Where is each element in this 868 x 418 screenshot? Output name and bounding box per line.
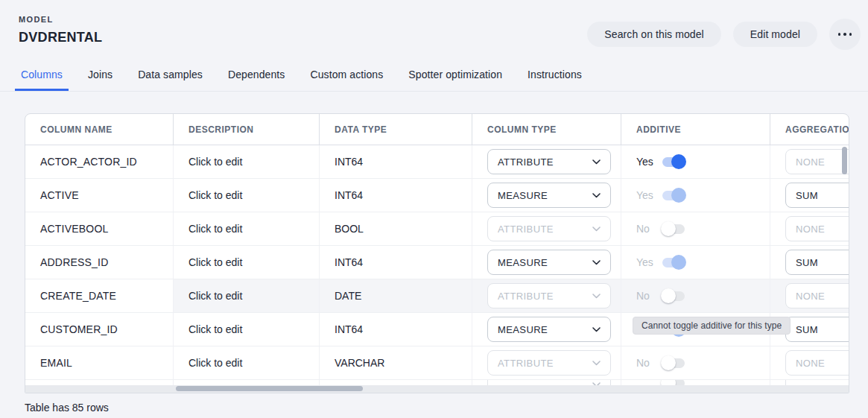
aggregation-select[interactable]: NONE — [785, 350, 849, 376]
tab-instructions[interactable]: Instructions — [522, 63, 588, 91]
column-type-value: ATTRIBUTE — [498, 358, 554, 369]
additive-value: No — [636, 290, 662, 302]
description-edit-field[interactable]: Click to edit — [189, 323, 242, 335]
additive-tooltip: Cannot toggle additive for this type — [633, 317, 791, 335]
aggregation-value: NONE — [796, 156, 825, 168]
tab-joins[interactable]: Joins — [82, 63, 118, 91]
more-options-button[interactable] — [829, 19, 861, 50]
additive-toggle[interactable] — [662, 291, 685, 301]
additive-value: Yes — [636, 156, 662, 168]
chevron-down-icon — [592, 361, 601, 366]
tab-data-samples[interactable]: Data samples — [132, 63, 209, 91]
search-on-model-button[interactable]: Search on this model — [587, 22, 721, 47]
chevron-down-icon — [592, 294, 601, 299]
aggregation-value: SUM — [796, 324, 818, 335]
additive-value: Yes — [636, 189, 662, 201]
tab-custom-actions[interactable]: Custom actions — [304, 63, 389, 91]
column-type-select[interactable]: MEASURE — [487, 250, 611, 275]
column-type-select[interactable]: MEASURE — [487, 317, 611, 342]
chevron-down-icon — [592, 260, 601, 265]
description-edit-field[interactable]: Click to edit — [189, 156, 242, 168]
aggregation-value: NONE — [796, 224, 825, 235]
table-row: ADDRESS_ID Click to edit INT64 MEASURE Y… — [25, 246, 849, 279]
ellipsis-icon — [843, 33, 846, 36]
column-type-select[interactable]: ATTRIBUTE — [487, 350, 611, 376]
tab-columns[interactable]: Columns — [15, 63, 69, 91]
description-edit-field[interactable]: Click to edit — [189, 256, 242, 268]
aggregation-select[interactable]: SUM — [785, 250, 849, 275]
additive-toggle[interactable] — [662, 358, 685, 368]
columns-table: COLUMN NAMEDESCRIPTIONDATA TYPECOLUMN TY… — [25, 113, 849, 393]
page-title: DVDRENTAL — [19, 30, 102, 45]
column-name-value: EMAIL — [40, 357, 72, 369]
column-header: AGGREGATION — [770, 114, 849, 145]
chevron-down-icon — [592, 159, 601, 165]
column-header: DATA TYPE — [320, 114, 472, 145]
column-name-value: ACTIVE — [40, 189, 79, 201]
toggle-knob — [671, 154, 686, 169]
toggle-knob — [671, 188, 686, 203]
aggregation-value: NONE — [796, 291, 825, 302]
table-row: ACTOR_ACTOR_ID Click to edit INT64 ATTRI… — [25, 145, 849, 179]
chevron-down-icon — [592, 193, 601, 198]
aggregation-select[interactable]: NONE — [785, 216, 849, 241]
toggle-knob — [661, 355, 676, 370]
toggle-knob — [671, 255, 686, 270]
column-name-value: ADDRESS_ID — [40, 256, 108, 268]
column-header: COLUMN TYPE — [472, 114, 621, 145]
horizontal-scrollbar[interactable] — [25, 385, 849, 393]
column-type-value: MEASURE — [498, 257, 548, 268]
column-type-select[interactable]: MEASURE — [487, 183, 611, 208]
column-type-value: ATTRIBUTE — [498, 156, 554, 168]
ellipsis-icon — [849, 33, 852, 36]
chevron-down-icon — [592, 327, 601, 332]
horizontal-scrollbar-thumb[interactable] — [176, 386, 363, 391]
toggle-knob — [661, 288, 676, 303]
column-name-value: CREATE_DATE — [40, 290, 116, 302]
column-header: COLUMN NAME — [25, 114, 174, 145]
column-type-value: ATTRIBUTE — [498, 291, 554, 302]
tab-spotter-optimization[interactable]: Spotter optimization — [402, 63, 508, 91]
data-type-value: INT64 — [335, 189, 363, 201]
additive-toggle[interactable] — [662, 157, 685, 167]
column-header: ADDITIVE — [621, 114, 770, 145]
column-type-select[interactable]: ATTRIBUTE — [487, 216, 611, 241]
description-edit-field[interactable]: Click to edit — [189, 290, 242, 302]
vertical-scrollbar-thumb[interactable] — [842, 147, 847, 174]
header-actions: Search on this model Edit model — [587, 19, 861, 50]
aggregation-select[interactable]: SUM — [785, 317, 849, 342]
column-type-select[interactable]: ATTRIBUTE — [487, 283, 611, 308]
aggregation-value: SUM — [796, 190, 818, 201]
tab-bar: ColumnsJoinsData samplesDependentsCustom… — [0, 63, 868, 92]
data-type-value: INT64 — [335, 256, 363, 268]
aggregation-select[interactable]: NONE — [785, 149, 849, 174]
row-count-status: Table has 85 rows — [25, 402, 109, 414]
additive-value: Yes — [636, 256, 662, 268]
table-row: EMAIL Click to edit VARCHAR ATTRIBUTE No… — [25, 346, 849, 380]
aggregation-select[interactable]: NONE — [785, 283, 849, 308]
edit-model-button[interactable]: Edit model — [733, 22, 817, 47]
data-type-value: BOOL — [335, 223, 364, 235]
table-row: CREATE_DATE Click to edit DATE ATTRIBUTE… — [25, 279, 849, 313]
additive-toggle[interactable] — [662, 258, 685, 267]
column-header: DESCRIPTION — [174, 114, 320, 145]
column-type-select[interactable]: ATTRIBUTE — [487, 149, 611, 174]
description-edit-field[interactable]: Click to edit — [189, 189, 242, 201]
data-type-value: INT64 — [335, 156, 363, 168]
table-header-row: COLUMN NAMEDESCRIPTIONDATA TYPECOLUMN TY… — [25, 114, 849, 145]
data-type-value: VARCHAR — [335, 357, 384, 369]
additive-toggle[interactable] — [662, 191, 685, 200]
ellipsis-icon — [838, 33, 841, 36]
toggle-knob — [661, 221, 676, 236]
column-type-value: MEASURE — [498, 324, 548, 335]
description-edit-field[interactable]: Click to edit — [189, 357, 242, 369]
additive-toggle[interactable] — [662, 224, 685, 234]
data-type-value: INT64 — [335, 323, 363, 335]
description-edit-field[interactable]: Click to edit — [189, 223, 242, 235]
aggregation-select[interactable]: SUM — [785, 183, 849, 208]
column-name-value: ACTOR_ACTOR_ID — [40, 156, 137, 168]
aggregation-value: NONE — [796, 358, 825, 369]
tab-dependents[interactable]: Dependents — [222, 63, 291, 91]
column-type-value: MEASURE — [498, 190, 548, 201]
additive-value: No — [636, 223, 662, 235]
